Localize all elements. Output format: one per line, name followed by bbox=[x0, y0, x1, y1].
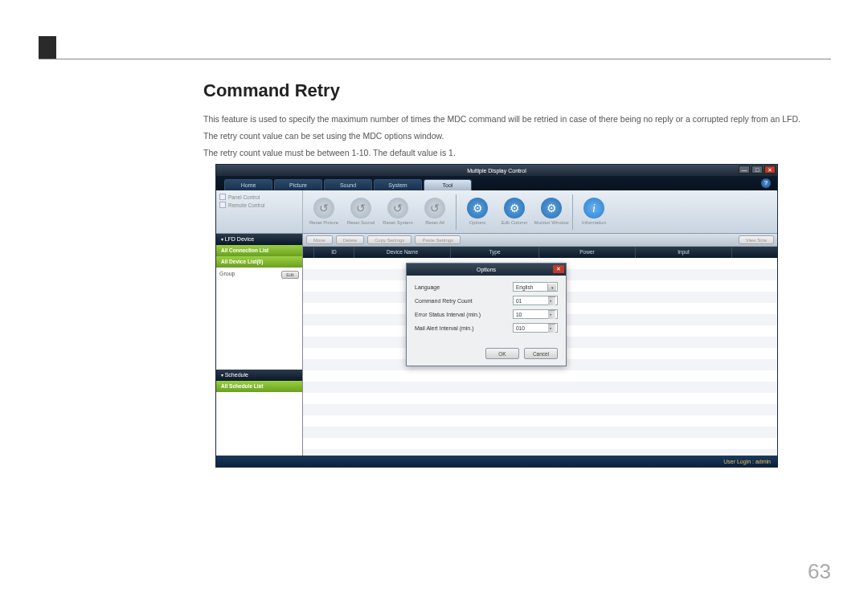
menubar: HomePictureSoundSystemTool? bbox=[216, 176, 777, 190]
header-mark bbox=[39, 36, 56, 59]
page-number: 63 bbox=[808, 559, 831, 584]
reset-picture-button[interactable]: ↺Reset Picture bbox=[306, 193, 342, 231]
action-bar: Move Delete Copy Settings Paste Settings… bbox=[303, 234, 777, 247]
command-retry-count-input[interactable]: 01 bbox=[513, 296, 558, 305]
reset-icon: ↺ bbox=[313, 198, 334, 219]
sidebar-header-lfd[interactable]: LFD Device bbox=[216, 234, 302, 245]
description-3: The retry count value must be between 1-… bbox=[203, 146, 832, 160]
sidebar-device-list[interactable]: All Device List(0) bbox=[216, 256, 302, 268]
reset-system-button[interactable]: ↺Reset System bbox=[380, 193, 416, 231]
menu-tab-sound[interactable]: Sound bbox=[324, 179, 372, 190]
copy-settings-button[interactable]: Copy Settings bbox=[367, 235, 411, 244]
menu-tab-system[interactable]: System bbox=[374, 179, 422, 190]
table-grid: Options ✕ LanguageEnglishCommand Retry C… bbox=[303, 258, 777, 456]
button-label: Edit Column bbox=[502, 220, 528, 226]
gear-icon: ⚙ bbox=[541, 198, 562, 219]
options-dialog: Options ✕ LanguageEnglishCommand Retry C… bbox=[406, 263, 567, 366]
minimize-button[interactable]: — bbox=[739, 166, 750, 174]
dialog-close-button[interactable]: ✕ bbox=[553, 265, 564, 273]
button-label: Monitor Window bbox=[534, 220, 568, 226]
description-1: This feature is used to specify the maxi… bbox=[203, 112, 832, 126]
button-label: Reset Sound bbox=[347, 220, 375, 226]
delete-button[interactable]: Delete bbox=[336, 235, 364, 244]
edit-column-button[interactable]: ⚙Edit Column bbox=[497, 193, 532, 231]
ok-button[interactable]: OK bbox=[485, 348, 519, 359]
field-label: Mail Alert Interval (min.) bbox=[415, 325, 474, 331]
reset-icon: ↺ bbox=[424, 198, 445, 219]
group-label: Group bbox=[219, 271, 235, 279]
column-header[interactable]: ID bbox=[314, 247, 354, 258]
sidebar-header-schedule[interactable]: Schedule bbox=[216, 370, 302, 381]
dialog-titlebar: Options ✕ bbox=[407, 264, 566, 276]
paste-settings-button[interactable]: Paste Settings bbox=[415, 235, 461, 244]
menu-tab-tool[interactable]: Tool bbox=[424, 179, 472, 190]
reset-icon: ↺ bbox=[387, 198, 408, 219]
gear-icon: ⚙ bbox=[504, 198, 525, 219]
description-2: The retry count value can be set using t… bbox=[203, 129, 832, 143]
sidebar: LFD Device All Connection List All Devic… bbox=[216, 234, 303, 456]
dialog-title: Options bbox=[477, 267, 496, 272]
status-bar: User Login : admin bbox=[216, 456, 777, 467]
checkbox-icon[interactable] bbox=[219, 194, 226, 200]
column-header[interactable]: Device Name bbox=[354, 247, 451, 258]
button-label: Reset System bbox=[383, 220, 412, 226]
language-input[interactable]: English bbox=[513, 282, 558, 292]
error-status-interval-min--input[interactable]: 10 bbox=[513, 309, 558, 319]
column-header[interactable]: Input bbox=[636, 247, 732, 258]
field-label: Command Retry Count bbox=[415, 298, 473, 304]
button-label: Reset All bbox=[425, 220, 444, 226]
field-label: Language bbox=[415, 284, 440, 290]
info-icon: i bbox=[583, 198, 604, 219]
remote-control-label: Remote Control bbox=[228, 202, 265, 208]
column-header[interactable] bbox=[303, 247, 314, 258]
reset-sound-button[interactable]: ↺Reset Sound bbox=[343, 193, 379, 231]
move-button[interactable]: Move bbox=[306, 235, 333, 244]
reset-icon: ↺ bbox=[350, 198, 371, 219]
titlebar: Multiple Display Control — □ ✕ bbox=[216, 165, 777, 176]
monitor-window-button[interactable]: ⚙Monitor Window bbox=[534, 193, 569, 231]
user-login-status: User Login : admin bbox=[723, 459, 771, 464]
button-label: Reset Picture bbox=[309, 220, 338, 226]
reset-all-button[interactable]: ↺Reset All bbox=[417, 193, 452, 231]
cancel-button[interactable]: Cancel bbox=[524, 348, 558, 359]
sidebar-schedule-body bbox=[216, 392, 302, 456]
button-label: Information bbox=[582, 220, 606, 226]
edit-button[interactable]: Edit bbox=[281, 271, 299, 279]
toolbar: Panel Control Remote Control ↺Reset Pict… bbox=[216, 190, 777, 234]
menu-tab-home[interactable]: Home bbox=[224, 179, 272, 190]
view-size-button[interactable]: View Size bbox=[739, 235, 774, 244]
main-panel: Move Delete Copy Settings Paste Settings… bbox=[303, 234, 777, 456]
header-rule bbox=[39, 59, 831, 59]
toolbar-left-panel: Panel Control Remote Control bbox=[216, 190, 303, 233]
sidebar-schedule-list[interactable]: All Schedule List bbox=[216, 381, 302, 392]
options-button[interactable]: ⚙Options bbox=[460, 193, 495, 231]
panel-control-label: Panel Control bbox=[228, 194, 260, 200]
app-window: Multiple Display Control — □ ✕ HomePictu… bbox=[215, 164, 778, 468]
menu-tab-picture[interactable]: Picture bbox=[274, 179, 322, 190]
sidebar-body: Group Edit bbox=[216, 268, 302, 370]
app-title: Multiple Display Control bbox=[467, 168, 526, 174]
gear-icon: ⚙ bbox=[467, 198, 488, 219]
button-label: Options bbox=[469, 220, 486, 226]
maximize-button[interactable]: □ bbox=[751, 166, 763, 174]
information-button[interactable]: iInformation bbox=[576, 193, 612, 231]
column-header[interactable]: Type bbox=[451, 247, 539, 258]
field-label: Error Status Interval (min.) bbox=[415, 312, 481, 317]
section-heading: Command Retry bbox=[203, 80, 832, 101]
mail-alert-interval-min--input[interactable]: 010 bbox=[513, 323, 558, 333]
checkbox-icon[interactable] bbox=[219, 202, 226, 208]
table-header: IDDevice NameTypePowerInput bbox=[303, 247, 777, 258]
column-header[interactable]: Power bbox=[539, 247, 636, 258]
sidebar-connection-list[interactable]: All Connection List bbox=[216, 245, 302, 256]
help-icon[interactable]: ? bbox=[761, 178, 771, 188]
close-button[interactable]: ✕ bbox=[764, 166, 776, 174]
